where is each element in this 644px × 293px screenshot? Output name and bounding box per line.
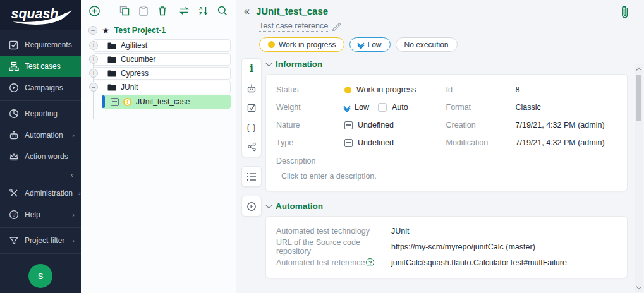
title-row: « JUnit_test_case <box>244 6 619 16</box>
chevron-down-icon <box>266 60 272 66</box>
play-circle-icon <box>246 201 257 212</box>
folder-label: JUnit <box>121 83 138 92</box>
automation-technology-value[interactable]: JUnit <box>391 227 409 236</box>
weight-low-icon <box>358 41 363 48</box>
status-pill[interactable]: Work in progress <box>259 37 344 52</box>
tree-folder-junit[interactable]: – JUnit <box>93 81 231 93</box>
tree-toolbar: AZ <box>81 0 236 21</box>
application-window: squash Requirements Test cases <box>0 0 644 293</box>
create-button[interactable] <box>88 5 100 17</box>
sidebar-item-requirements[interactable]: Requirements <box>0 34 81 56</box>
tab-parameters[interactable]: { } <box>242 117 261 137</box>
tab-executions[interactable] <box>242 196 261 216</box>
scroll-up-button[interactable] <box>635 64 643 73</box>
attachment-paperclip-icon[interactable] <box>620 5 630 20</box>
weight-pill[interactable]: Low <box>349 37 390 52</box>
status-value[interactable]: Work in progress <box>344 81 446 99</box>
type-value[interactable]: Undefined <box>344 134 446 152</box>
information-section-header[interactable]: Information <box>267 59 628 69</box>
modification-value: 7/19/21, 4:32 PM (admin) <box>516 134 617 152</box>
collapse-panel-icon[interactable]: « <box>244 6 250 16</box>
tab-linked-elements[interactable] <box>242 137 261 157</box>
user-avatar-zone: S <box>0 260 81 293</box>
sidebar-item-project-filter[interactable]: Project filter › <box>0 230 81 251</box>
delete-button[interactable] <box>156 5 168 17</box>
scrollbar-thumb[interactable] <box>636 75 641 121</box>
sidebar-item-campaigns[interactable]: Campaigns <box>0 77 81 99</box>
tree-toolbar-right: AZ <box>178 5 228 17</box>
test-cases-icon <box>8 61 19 72</box>
expand-icon[interactable]: + <box>89 55 98 64</box>
test-case-detail-panel: « JUnit_test_case Test case reference Wo… <box>236 0 644 293</box>
scroll-down-button[interactable] <box>635 283 643 292</box>
detail-sections: Information Status Work in progress Id 8… <box>265 58 644 293</box>
test-case-type-icon <box>111 98 119 106</box>
vertical-scrollbar[interactable] <box>635 64 643 292</box>
execution-pill[interactable]: No execution <box>396 37 458 52</box>
format-value: Classic <box>516 99 617 116</box>
search-icon[interactable] <box>216 5 228 17</box>
reporting-icon <box>8 109 19 119</box>
automation-section-header[interactable]: Automation <box>267 201 628 211</box>
weight-low-icon <box>344 104 349 111</box>
tree-folder-agilitest[interactable]: + Agilitest <box>93 39 231 52</box>
tab-verified-requirements[interactable] <box>242 98 261 117</box>
weight-pill-label: Low <box>367 40 381 49</box>
detail-body: i { } <box>236 58 644 293</box>
folder-label: Cucumber <box>121 55 155 64</box>
folder-label: Cypress <box>121 69 149 78</box>
transfer-button[interactable] <box>178 5 190 17</box>
weight-value[interactable]: Low Auto <box>344 99 446 116</box>
main-nav-sidebar: squash Requirements Test cases <box>0 0 81 293</box>
nature-value[interactable]: Undefined <box>344 116 446 134</box>
automation-technology-label: Automated test technology <box>276 227 391 236</box>
copy-button[interactable] <box>118 5 130 17</box>
sidebar-item-test-cases[interactable]: Test cases <box>0 56 81 77</box>
paste-button[interactable] <box>137 5 149 17</box>
anchor-rail: i { } <box>236 58 265 293</box>
status-dot-icon <box>344 87 351 93</box>
svg-text:?: ? <box>12 212 15 218</box>
sidebar-item-reporting[interactable]: Reporting <box>0 103 81 124</box>
tree-item-junit-test-case-selected[interactable]: ! JUnit_test_case <box>102 95 231 109</box>
project-label[interactable]: Test Project-1 <box>114 26 166 35</box>
description-placeholder[interactable]: Click to enter a description. <box>281 172 617 181</box>
action-words-crown-icon <box>8 152 19 162</box>
collapse-expander-icon[interactable]: – <box>89 83 98 92</box>
test-case-reference-field[interactable]: Test case reference <box>259 21 328 32</box>
automation-robot-icon <box>8 130 19 141</box>
automation-row-technology: Automated test technology JUnit <box>276 223 617 239</box>
tree-folder-cucumber[interactable]: + Cucumber <box>93 53 231 66</box>
tree-spine-child <box>102 115 102 121</box>
user-avatar[interactable]: S <box>28 264 52 288</box>
numbered-list-icon <box>246 172 257 181</box>
chevron-right-icon: › <box>72 211 75 218</box>
sort-button[interactable]: AZ <box>197 5 209 17</box>
automation-reference-value[interactable]: junitCalc/squash.tfauto.CalculatorTest#m… <box>391 258 567 267</box>
modification-label: Modification <box>446 134 516 152</box>
tab-automation[interactable] <box>242 78 261 98</box>
edit-pencil-icon[interactable] <box>332 22 341 31</box>
expand-icon[interactable]: + <box>89 69 98 78</box>
squash-logo-icon: squash <box>8 2 73 28</box>
format-label: Format <box>446 99 516 116</box>
automation-repository-value[interactable]: https://my-scm/myrepo/junitCalc (master) <box>391 242 535 251</box>
sidebar-collapse-button[interactable]: ‹ <box>0 167 81 182</box>
tab-information[interactable]: i <box>242 59 261 78</box>
auto-checkbox[interactable] <box>378 103 387 112</box>
work-in-progress-status-icon: ! <box>123 98 131 106</box>
sidebar-item-help[interactable]: ? Help › <box>0 204 81 225</box>
sidebar-item-action-words[interactable]: Action words <box>0 146 81 167</box>
squash-logo[interactable]: squash <box>0 0 81 30</box>
sidebar-item-automation[interactable]: Automation › <box>0 124 81 146</box>
expand-icon[interactable]: + <box>89 41 98 50</box>
nav-divider <box>0 253 81 254</box>
sidebar-item-administration[interactable]: Administration › <box>0 182 81 204</box>
chevron-left-icon: ‹ <box>71 170 73 179</box>
tree-folder-cypress[interactable]: + Cypress <box>93 67 231 80</box>
tree-root-project[interactable]: – ★ Test Project-1 <box>85 23 231 38</box>
tab-test-steps[interactable] <box>242 167 261 186</box>
collapse-expander-icon[interactable]: – <box>88 26 97 35</box>
information-card: Status Work in progress Id 8 Weight Low <box>265 74 628 191</box>
help-tooltip-icon[interactable]: ? <box>366 258 374 266</box>
